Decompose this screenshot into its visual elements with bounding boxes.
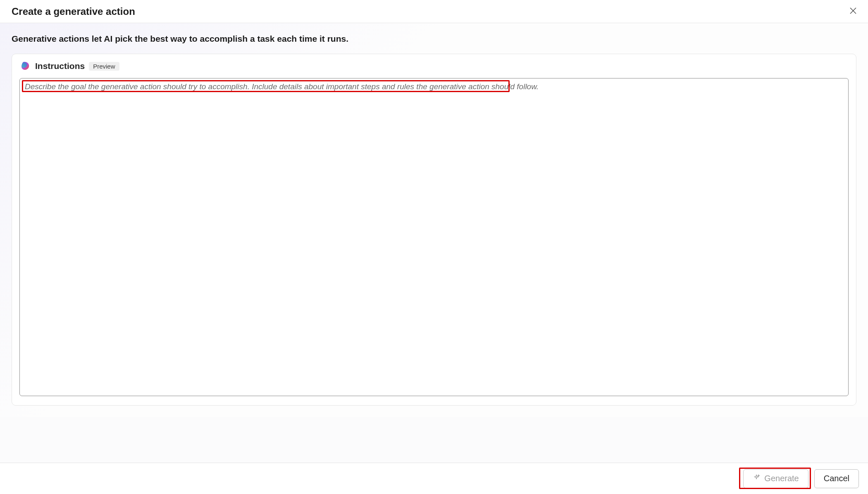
- dialog-titlebar: Create a generative action: [0, 0, 868, 23]
- close-icon: [849, 7, 857, 16]
- instructions-label: Instructions: [35, 61, 85, 71]
- copilot-icon: [20, 61, 31, 71]
- generate-button-label: Generate: [764, 474, 799, 483]
- instructions-textarea-wrap: [19, 78, 849, 396]
- preview-badge: Preview: [89, 62, 119, 71]
- instructions-header: Instructions Preview: [20, 61, 849, 71]
- dialog-title: Create a generative action: [12, 6, 135, 17]
- generate-button[interactable]: Generate: [743, 469, 808, 488]
- cancel-button[interactable]: Cancel: [814, 469, 859, 488]
- dialog-action-bar: Generate Cancel: [0, 463, 868, 494]
- instructions-textarea[interactable]: [24, 81, 844, 394]
- close-button[interactable]: [843, 2, 863, 21]
- dialog-lead: Generative actions let AI pick the best …: [12, 34, 856, 44]
- cancel-button-label: Cancel: [824, 474, 849, 483]
- instructions-card: Instructions Preview: [12, 54, 856, 406]
- content-area: Generative actions let AI pick the best …: [0, 23, 868, 417]
- sparkle-icon: [753, 474, 760, 483]
